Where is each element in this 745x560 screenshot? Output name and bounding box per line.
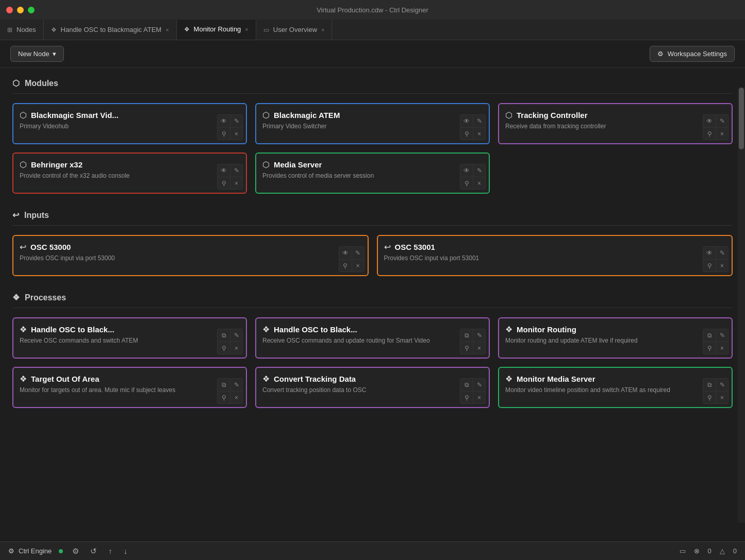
edit-button[interactable]: ✎ <box>716 329 728 342</box>
card-behringer-x32-actions: 👁 ✎ ⚲ × <box>217 164 243 190</box>
open-button[interactable]: ⧉ <box>218 329 230 342</box>
card-convert-tracking-data: ❖ Convert Tracking Data Convert tracking… <box>255 367 490 408</box>
delete-button[interactable]: × <box>230 127 242 140</box>
card-osc-53001-actions: 👁 ✎ ⚲ × <box>703 246 729 272</box>
view-button[interactable]: 👁 <box>460 164 473 177</box>
edit-button[interactable]: ✎ <box>230 115 242 127</box>
edit-button[interactable]: ✎ <box>716 379 728 391</box>
pin-button[interactable]: ⚲ <box>339 259 352 271</box>
tab-monitor-routing[interactable]: ❖ Monitor Routing × <box>177 20 256 40</box>
scrollbar-thumb[interactable] <box>739 88 744 149</box>
view-button[interactable]: 👁 <box>218 115 230 127</box>
edit-button[interactable]: ✎ <box>230 379 242 391</box>
tab-user-overview-close[interactable]: × <box>321 27 324 33</box>
workspace-label: Workspace Settings <box>668 50 727 58</box>
maximize-button[interactable] <box>28 7 35 13</box>
upload-button[interactable]: ↑ <box>106 547 114 555</box>
pin-button[interactable]: ⚲ <box>460 177 473 189</box>
open-button[interactable]: ⧉ <box>218 379 230 391</box>
card-blackmagic-smart-vid-actions: 👁 ✎ ⚲ × <box>217 114 243 140</box>
ctrl-engine-status: ⚙ Ctrl Engine <box>8 547 52 555</box>
card-tracking-controller-desc: Receive data from tracking controller <box>505 122 703 131</box>
module-icon: ⬡ <box>262 160 270 169</box>
tab-bar: ⊞ Nodes ❖ Handle OSC to Blackmagic ATEM … <box>0 20 745 40</box>
pin-button[interactable]: ⚲ <box>218 127 230 140</box>
input-icon: ↩ <box>20 242 26 252</box>
card-blackmagic-atem-title: Blackmagic ATEM <box>274 111 340 120</box>
edit-button[interactable]: ✎ <box>716 247 728 259</box>
delete-button[interactable]: × <box>716 259 728 271</box>
chevron-down-icon: ▾ <box>53 50 56 58</box>
edit-button[interactable]: ✎ <box>473 329 485 342</box>
user-overview-tab-icon: ▭ <box>263 26 269 33</box>
delete-button[interactable]: × <box>716 342 728 354</box>
tab-nodes[interactable]: ⊞ Nodes <box>0 20 44 40</box>
edit-button[interactable]: ✎ <box>473 164 485 177</box>
open-button[interactable]: ⧉ <box>460 379 473 391</box>
processes-title: Processes <box>25 293 66 302</box>
ctrl-engine-icon: ⚙ <box>8 547 14 555</box>
view-button[interactable]: 👁 <box>339 247 352 259</box>
card-target-out-of-area-actions: ⧉ ✎ ⚲ × <box>217 378 243 404</box>
pin-button[interactable]: ⚲ <box>703 391 716 403</box>
card-monitor-media-server-desc: Monitor video timeline position and swit… <box>505 386 703 395</box>
processes-grid: ❖ Handle OSC to Black... Receive OSC com… <box>12 317 733 408</box>
engine-status-dot <box>59 549 63 553</box>
error-count: 0 <box>708 547 711 555</box>
tab-user-overview[interactable]: ▭ User Overview × <box>256 20 333 40</box>
card-osc-53000-title: OSC 53000 <box>30 243 71 251</box>
titlebar: Virtual Production.cdw - Ctrl Designer <box>0 0 745 20</box>
delete-button[interactable]: × <box>473 391 485 403</box>
pin-button[interactable]: ⚲ <box>703 127 716 140</box>
pin-button[interactable]: ⚲ <box>460 127 473 140</box>
delete-button[interactable]: × <box>473 177 485 189</box>
view-button[interactable]: 👁 <box>703 115 716 127</box>
download-button[interactable]: ↓ <box>122 547 130 555</box>
pin-button[interactable]: ⚲ <box>703 342 716 354</box>
settings-button[interactable]: ⚙ <box>70 547 81 556</box>
edit-button[interactable]: ✎ <box>716 115 728 127</box>
pin-button[interactable]: ⚲ <box>460 342 473 354</box>
modules-title: Modules <box>25 79 58 88</box>
pin-button[interactable]: ⚲ <box>218 342 230 354</box>
edit-button[interactable]: ✎ <box>352 247 364 259</box>
window-title: Virtual Production.cdw - Ctrl Designer <box>317 6 428 14</box>
ctrl-engine-label: Ctrl Engine <box>19 547 52 555</box>
workspace-settings-button[interactable]: ⚙ Workspace Settings <box>650 46 735 62</box>
view-button[interactable]: 👁 <box>703 247 716 259</box>
edit-button[interactable]: ✎ <box>473 379 485 391</box>
edit-button[interactable]: ✎ <box>230 329 242 342</box>
close-button[interactable] <box>6 7 13 13</box>
tab-handle-osc[interactable]: ❖ Handle OSC to Blackmagic ATEM × <box>44 20 177 40</box>
delete-button[interactable]: × <box>716 127 728 140</box>
pin-button[interactable]: ⚲ <box>218 177 230 189</box>
open-button[interactable]: ⧉ <box>703 329 716 342</box>
delete-button[interactable]: × <box>473 342 485 354</box>
delete-button[interactable]: × <box>716 391 728 403</box>
view-button[interactable]: 👁 <box>460 115 473 127</box>
tab-monitor-routing-close[interactable]: × <box>245 26 248 32</box>
nodes-tab-icon: ⊞ <box>7 26 12 33</box>
pin-button[interactable]: ⚲ <box>460 391 473 403</box>
module-icon: ⬡ <box>505 110 512 120</box>
edit-button[interactable]: ✎ <box>230 164 242 177</box>
card-osc-53000: ↩ OSC 53000 Provides OSC input via port … <box>12 235 369 276</box>
tab-handle-osc-close[interactable]: × <box>165 27 169 33</box>
delete-button[interactable]: × <box>230 177 242 189</box>
pin-button[interactable]: ⚲ <box>703 259 716 271</box>
open-button[interactable]: ⧉ <box>703 379 716 391</box>
delete-button[interactable]: × <box>230 342 242 354</box>
edit-button[interactable]: ✎ <box>473 115 485 127</box>
scrollbar-track[interactable] <box>738 88 745 523</box>
new-node-button[interactable]: New Node ▾ <box>10 46 64 62</box>
refresh-button[interactable]: ↺ <box>88 547 99 556</box>
minimize-button[interactable] <box>17 7 24 13</box>
module-icon: ⬡ <box>20 160 27 169</box>
processes-header: ❖ Processes <box>12 293 733 308</box>
delete-button[interactable]: × <box>352 259 364 271</box>
delete-button[interactable]: × <box>473 127 485 140</box>
open-button[interactable]: ⧉ <box>460 329 473 342</box>
pin-button[interactable]: ⚲ <box>218 391 230 403</box>
view-button[interactable]: 👁 <box>218 164 230 177</box>
delete-button[interactable]: × <box>230 391 242 403</box>
